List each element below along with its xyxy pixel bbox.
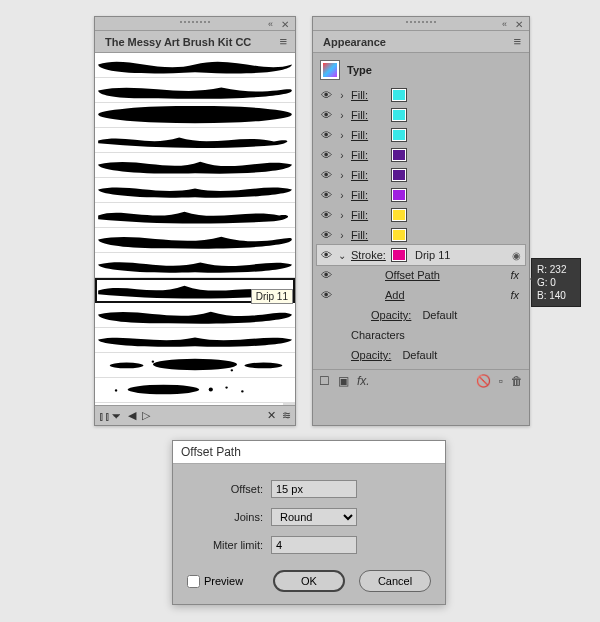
panel-titlebar[interactable]: « ✕ xyxy=(95,17,295,31)
offset-path-row[interactable]: 👁Offset Pathfx xyxy=(317,265,525,285)
panel-collapse-icon[interactable]: « xyxy=(502,19,507,29)
brushes-panel: « ✕ The Messy Art Brush Kit CC ≡ ▴ ▾ Dri… xyxy=(94,16,296,426)
fill-swatch[interactable] xyxy=(391,228,407,242)
brush-item[interactable] xyxy=(95,153,295,178)
brush-item[interactable] xyxy=(95,78,295,103)
visibility-icon[interactable]: 👁 xyxy=(319,229,333,241)
rgb-b: B: 140 xyxy=(537,289,575,302)
fill-swatch[interactable] xyxy=(391,108,407,122)
rgb-g: G: 0 xyxy=(537,276,575,289)
chevron-right-icon[interactable]: › xyxy=(337,190,347,201)
svg-point-1 xyxy=(110,363,144,369)
brush-item[interactable] xyxy=(95,203,295,228)
brush-item[interactable] xyxy=(95,353,295,378)
joins-select[interactable]: Round xyxy=(271,508,357,526)
visibility-icon[interactable]: 👁 xyxy=(319,189,333,201)
chevron-right-icon[interactable]: › xyxy=(337,170,347,181)
panel-close-icon[interactable]: ✕ xyxy=(281,19,289,30)
characters-row[interactable]: Characters xyxy=(317,325,525,345)
panel-collapse-icon[interactable]: « xyxy=(268,19,273,29)
fill-swatch[interactable] xyxy=(391,128,407,142)
chevron-right-icon[interactable]: › xyxy=(337,130,347,141)
visibility-icon[interactable]: 👁 xyxy=(319,169,333,181)
panel-menu-icon[interactable]: ≡ xyxy=(509,34,525,49)
chevron-right-icon[interactable]: › xyxy=(337,230,347,241)
visibility-icon[interactable]: 👁 xyxy=(319,109,333,121)
add-effect-icon[interactable]: fx. xyxy=(357,374,370,388)
fill-row[interactable]: 👁›Fill: xyxy=(317,105,525,125)
library-icon[interactable]: ⫿⫿⏷ xyxy=(99,410,122,422)
visibility-icon[interactable]: 👁 xyxy=(319,249,333,261)
new-stroke-icon[interactable]: ▣ xyxy=(338,374,349,388)
fx-icon[interactable]: fx xyxy=(510,269,523,281)
ok-button[interactable]: OK xyxy=(273,570,345,592)
new-fill-icon[interactable]: ☐ xyxy=(319,374,330,388)
visibility-icon[interactable]: 👁 xyxy=(319,209,333,221)
chevron-right-icon[interactable]: › xyxy=(337,210,347,221)
fill-swatch[interactable] xyxy=(391,88,407,102)
clear-icon[interactable]: 🚫 xyxy=(476,374,491,388)
brush-item[interactable] xyxy=(95,178,295,203)
fill-swatch[interactable] xyxy=(391,188,407,202)
panel-close-icon[interactable]: ✕ xyxy=(515,19,523,30)
brush-item[interactable] xyxy=(95,128,295,153)
fill-swatch[interactable] xyxy=(391,148,407,162)
link-icon[interactable]: ◉ xyxy=(512,250,523,261)
opacity-row[interactable]: Opacity: Default xyxy=(317,345,525,365)
panel-grip xyxy=(406,21,436,23)
svg-point-0 xyxy=(98,106,292,123)
visibility-icon[interactable]: 👁 xyxy=(319,289,333,301)
fill-row[interactable]: 👁›Fill: xyxy=(317,125,525,145)
brush-item[interactable] xyxy=(95,328,295,353)
delete-icon[interactable]: 🗑 xyxy=(511,374,523,388)
preview-checkbox-label[interactable]: Preview xyxy=(187,575,243,588)
visibility-icon[interactable]: 👁 xyxy=(319,89,333,101)
visibility-icon[interactable]: 👁 xyxy=(319,269,333,281)
brush-item[interactable] xyxy=(95,303,295,328)
cancel-button[interactable]: Cancel xyxy=(359,570,431,592)
stroke-row[interactable]: 👁 ⌄ Stroke: Drip 11 ◉ xyxy=(317,245,525,265)
fill-swatch[interactable] xyxy=(391,208,407,222)
fill-row[interactable]: 👁›Fill: xyxy=(317,205,525,225)
svg-point-2 xyxy=(153,359,237,371)
chevron-right-icon[interactable]: › xyxy=(337,150,347,161)
opacity-row[interactable]: Opacity: Default xyxy=(317,305,525,325)
brush-item[interactable] xyxy=(95,103,295,128)
brush-item[interactable] xyxy=(95,53,295,78)
fill-row[interactable]: 👁›Fill: xyxy=(317,185,525,205)
appearance-tab[interactable]: Appearance xyxy=(317,34,392,50)
duplicate-icon[interactable]: ▫ xyxy=(499,374,503,388)
stroke-swatch[interactable] xyxy=(391,248,407,262)
chevron-down-icon[interactable]: ⌄ xyxy=(337,250,347,261)
next-brush-icon[interactable]: ▷ xyxy=(142,409,150,422)
fill-row[interactable]: 👁›Fill: xyxy=(317,145,525,165)
miter-input[interactable] xyxy=(271,536,357,554)
preview-checkbox[interactable] xyxy=(187,575,200,588)
brush-options-icon[interactable]: ≋ xyxy=(282,409,291,422)
offset-input[interactable] xyxy=(271,480,357,498)
add-effect-row[interactable]: 👁Addfx xyxy=(317,285,525,305)
svg-point-5 xyxy=(231,369,234,371)
rgb-r: R: 232 xyxy=(537,263,575,276)
prev-brush-icon[interactable]: ◀ xyxy=(128,409,136,422)
fx-icon[interactable]: fx xyxy=(510,289,523,301)
fill-swatch[interactable] xyxy=(391,168,407,182)
chevron-right-icon[interactable]: › xyxy=(337,110,347,121)
chevron-right-icon[interactable]: › xyxy=(337,90,347,101)
brushes-tab[interactable]: The Messy Art Brush Kit CC xyxy=(99,34,257,50)
fill-row[interactable]: 👁›Fill: xyxy=(317,225,525,245)
visibility-icon[interactable]: 👁 xyxy=(319,129,333,141)
svg-point-10 xyxy=(115,389,118,391)
brush-item[interactable] xyxy=(95,253,295,278)
fill-row[interactable]: 👁›Fill: xyxy=(317,165,525,185)
brush-item-selected[interactable]: Drip 11 xyxy=(95,278,295,303)
brush-item[interactable] xyxy=(95,228,295,253)
type-thumbnail xyxy=(321,61,339,79)
visibility-icon[interactable]: 👁 xyxy=(319,149,333,161)
brush-item[interactable] xyxy=(95,378,295,403)
remove-stroke-icon[interactable]: ✕ xyxy=(267,409,276,422)
stroke-value[interactable]: Drip 11 xyxy=(415,249,450,261)
fill-row[interactable]: 👁›Fill: xyxy=(317,85,525,105)
panel-titlebar[interactable]: « ✕ xyxy=(313,17,529,31)
panel-menu-icon[interactable]: ≡ xyxy=(275,34,291,49)
